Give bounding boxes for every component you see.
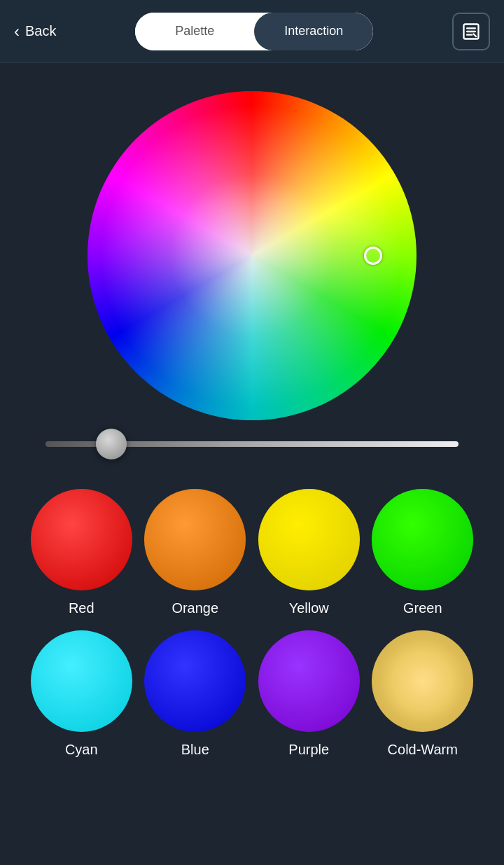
interaction-tab[interactable]: Interaction xyxy=(254,13,373,50)
notes-icon xyxy=(461,22,481,41)
preset-label-purple: Purple xyxy=(288,742,329,758)
palette-tab[interactable]: Palette xyxy=(135,13,254,50)
svg-line-4 xyxy=(474,34,477,36)
preset-circle-cold-warm xyxy=(372,630,473,732)
preset-item-yellow[interactable]: Yellow xyxy=(255,489,363,616)
preset-circle-blue xyxy=(144,630,246,732)
view-toggle-group: Palette Interaction xyxy=(135,13,373,50)
brightness-slider-track[interactable] xyxy=(46,441,458,447)
preset-item-red[interactable]: Red xyxy=(28,489,135,616)
notes-button[interactable] xyxy=(452,13,490,50)
preset-label-cyan: Cyan xyxy=(65,742,98,758)
preset-item-green[interactable]: Green xyxy=(370,489,477,616)
preset-circle-purple xyxy=(258,630,360,732)
preset-item-cold-warm[interactable]: Cold-Warm xyxy=(370,630,477,758)
preset-label-orange: Orange xyxy=(172,600,218,616)
color-picker-handle[interactable] xyxy=(364,247,382,265)
back-label: Back xyxy=(25,23,56,39)
brightness-slider-thumb[interactable] xyxy=(96,429,127,459)
preset-item-purple[interactable]: Purple xyxy=(255,630,363,758)
preset-label-cold-warm: Cold-Warm xyxy=(388,742,458,758)
preset-circle-orange xyxy=(144,489,246,590)
preset-label-green: Green xyxy=(403,600,442,616)
color-wheel[interactable] xyxy=(88,91,416,420)
back-chevron-icon: ‹ xyxy=(14,22,20,41)
color-presets-grid: RedOrangeYellowGreenCyanBluePurpleCold-W… xyxy=(0,475,504,779)
preset-circle-cyan xyxy=(31,630,132,732)
preset-circle-red xyxy=(31,489,132,590)
preset-label-blue: Blue xyxy=(181,742,209,758)
header: ‹ Back Palette Interaction xyxy=(0,0,504,63)
preset-circle-yellow xyxy=(258,489,360,590)
preset-item-blue[interactable]: Blue xyxy=(142,630,249,758)
back-button[interactable]: ‹ Back xyxy=(14,22,56,41)
preset-circle-green xyxy=(372,489,473,590)
brightness-slider-container[interactable] xyxy=(0,441,504,447)
preset-label-yellow: Yellow xyxy=(289,600,329,616)
preset-item-orange[interactable]: Orange xyxy=(142,489,249,616)
color-wheel-container[interactable] xyxy=(0,63,504,441)
preset-item-cyan[interactable]: Cyan xyxy=(28,630,135,758)
preset-label-red: Red xyxy=(69,600,94,616)
